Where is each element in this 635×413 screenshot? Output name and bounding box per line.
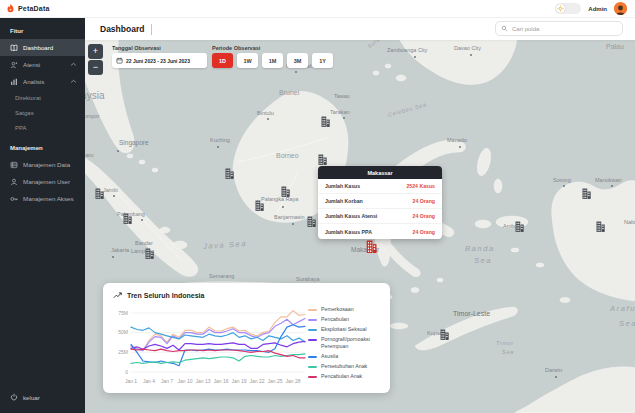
- legend-label: Pemerkosaan: [321, 306, 354, 313]
- city-marker[interactable]: [596, 221, 605, 232]
- svg-text:Jan 22: Jan 22: [249, 378, 264, 384]
- sidebar-item-satgas[interactable]: Satgas: [0, 105, 85, 120]
- sidebar-item-label: Dashboard: [23, 44, 53, 51]
- sidebar-item-manajemen-akses[interactable]: Manajemen Akses: [0, 190, 85, 207]
- city-marker[interactable]: [123, 213, 132, 224]
- period-button-1y[interactable]: 1Y: [312, 53, 333, 68]
- map-label: Pekanbaru: [85, 152, 94, 158]
- svg-text:Jan 19: Jan 19: [231, 378, 246, 384]
- legend-chip: [308, 329, 317, 332]
- map-label: Brunei: [279, 89, 299, 96]
- city-dot: [113, 195, 115, 197]
- tooltip-title: Makassar: [318, 166, 442, 179]
- city-marker[interactable]: [321, 116, 330, 127]
- map-zoom-control: + −: [88, 44, 103, 75]
- chart-legend: Pemerkosaan Pencabulan Eksploitasi Seksu…: [308, 306, 384, 380]
- map[interactable]: MalaysiaKuala LumpurPekanbaruSingaporeJa…: [85, 40, 635, 413]
- svg-text:50M: 50M: [118, 329, 128, 335]
- sidebar-item-manajemen-data[interactable]: Manajemen Data: [0, 156, 85, 173]
- period-button-3m[interactable]: 3M: [287, 53, 308, 68]
- map-label: Singapore: [119, 139, 149, 146]
- sidebar: Fitur Dashboard Atensi: [0, 18, 85, 413]
- sidebar-item-label: Manajemen User: [23, 178, 70, 185]
- period-observation-label: Periode Observasi: [212, 45, 260, 51]
- city-marker[interactable]: [95, 188, 104, 199]
- legend-label: Pornografi/pornoaksi Perempuan: [321, 336, 384, 349]
- app: PetaData Admin: [0, 0, 635, 413]
- logout-label: keluar: [23, 394, 40, 401]
- trend-chart-card: Tren Seluruh Indonesia 025M50M75MJan 1Ja…: [103, 283, 390, 393]
- legend-item: Persetubuhan Anak: [308, 363, 384, 370]
- map-label: Borneo: [276, 152, 299, 159]
- city-marker[interactable]: [225, 168, 234, 179]
- legend-label: Pencabulan Anak: [321, 373, 362, 380]
- map-label: Surabaya: [296, 276, 320, 282]
- logout-button[interactable]: keluar: [0, 393, 85, 413]
- city-dot: [217, 146, 219, 148]
- sidebar-item-analisis[interactable]: Analisis: [0, 73, 85, 90]
- theme-toggle[interactable]: [555, 3, 581, 14]
- sidebar-item-atensi[interactable]: Atensi: [0, 56, 85, 73]
- zoom-out-button[interactable]: −: [88, 60, 103, 75]
- title-cursor: [151, 24, 152, 35]
- period-button-1m[interactable]: 1M: [262, 53, 283, 68]
- svg-text:Jan 16: Jan 16: [213, 378, 228, 384]
- city-marker[interactable]: [145, 248, 154, 259]
- city-marker[interactable]: [582, 188, 591, 199]
- avatar[interactable]: [614, 2, 627, 15]
- map-label: Malaysia: [85, 90, 104, 101]
- tooltip-row-label: Jumlah Kasus: [325, 183, 360, 189]
- power-icon: [10, 393, 18, 401]
- map-label: Sea: [474, 256, 492, 265]
- map-label: Davao City: [454, 45, 481, 51]
- chart-title-row: Tren Seluruh Indonesia: [113, 291, 204, 300]
- svg-text:75M: 75M: [118, 310, 128, 316]
- sidebar-item-direktorat[interactable]: Direktorat: [0, 90, 85, 105]
- topbar: PetaData Admin: [0, 0, 635, 18]
- city-dot: [470, 54, 472, 56]
- city-marker[interactable]: [307, 216, 316, 227]
- svg-text:Jan 4: Jan 4: [143, 378, 155, 384]
- legend-item: Asusila: [308, 353, 384, 360]
- map-label: Semarang: [209, 273, 234, 279]
- legend-item: Pemerkosaan: [308, 306, 384, 313]
- map-label: Palangka Raya: [261, 196, 298, 202]
- city-dot: [292, 223, 294, 225]
- legend-item: Pencabulan: [308, 316, 384, 323]
- date-range-value: 22 Juni 2023 - 23 Juni 2023: [126, 58, 190, 64]
- city-dot: [117, 150, 119, 152]
- city-marker[interactable]: [318, 154, 327, 165]
- zoom-in-button[interactable]: +: [88, 44, 103, 59]
- svg-text:Jan 25: Jan 25: [267, 378, 282, 384]
- tooltip-row: Jumlah Kasus 2524 Kasus: [318, 179, 442, 194]
- period-button-1w[interactable]: 1W: [237, 53, 258, 68]
- legend-label: Persetubuhan Anak: [321, 363, 367, 370]
- city-marker[interactable]: [440, 329, 449, 340]
- svg-text:25M: 25M: [118, 349, 128, 355]
- search-box[interactable]: [495, 21, 623, 36]
- selected-city-marker[interactable]: [366, 240, 377, 253]
- chevron-up-icon: [70, 61, 77, 68]
- map-label: Banda: [465, 244, 495, 253]
- date-range-picker[interactable]: 22 Juni 2023 - 23 Juni 2023: [112, 53, 207, 68]
- sidebar-section-manajemen: Manajemen: [0, 135, 85, 156]
- period-button-1d[interactable]: 1D: [212, 53, 233, 68]
- map-label: Sea: [619, 319, 635, 328]
- sidebar-item-label: Analisis: [23, 78, 44, 85]
- svg-text:Jan 10: Jan 10: [177, 378, 192, 384]
- main-area: Dashboard: [85, 18, 635, 413]
- user-star-icon: [10, 61, 18, 69]
- key-icon: [10, 195, 18, 203]
- sidebar-item-dashboard[interactable]: Dashboard: [0, 39, 85, 56]
- search-input[interactable]: [512, 26, 617, 32]
- map-label: Manokwari: [595, 177, 622, 183]
- city-marker[interactable]: [515, 221, 524, 232]
- sidebar-item-ppa[interactable]: PPA: [0, 120, 85, 135]
- tooltip-row-value: 24 Orang: [413, 198, 436, 204]
- city-dot: [414, 56, 416, 58]
- sidebar-item-label: Manajemen Akses: [23, 195, 74, 202]
- sidebar-item-manajemen-user[interactable]: Manajemen User: [0, 173, 85, 190]
- city-marker[interactable]: [255, 200, 264, 211]
- map-label: Nabire: [624, 219, 635, 225]
- city-marker[interactable]: [281, 186, 290, 197]
